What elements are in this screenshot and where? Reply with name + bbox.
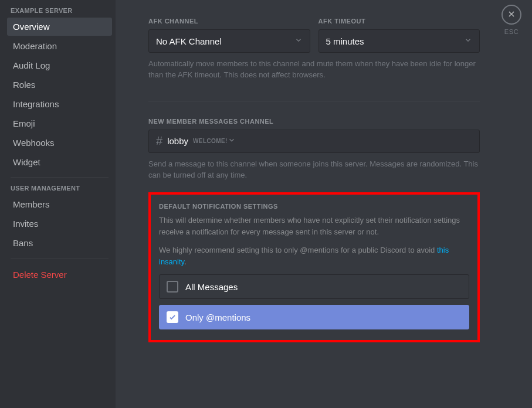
sidebar-item-label: Emoji (13, 118, 35, 128)
sidebar-item-webhooks[interactable]: Webhooks (7, 134, 112, 152)
notification-settings-label: DEFAULT NOTIFICATION SETTINGS (159, 203, 469, 210)
chevron-down-icon (294, 36, 303, 46)
sidebar-item-members[interactable]: Members (7, 195, 112, 213)
notification-option-only-mentions[interactable]: Only @mentions (159, 305, 469, 329)
sidebar-item-overview[interactable]: Overview (7, 18, 112, 36)
welcome-badge: WELCOME! (193, 138, 228, 144)
sidebar-item-label: Roles (13, 80, 35, 90)
sidebar-item-emoji[interactable]: Emoji (7, 114, 112, 132)
new-member-helper-text: Send a message to this channel when some… (148, 159, 480, 181)
sidebar-heading-user-management: USER MANAGEMENT (7, 185, 112, 195)
sidebar-item-label: Invites (13, 219, 38, 229)
notification-description-2: We highly recommend setting this to only… (159, 244, 469, 267)
settings-sidebar: EXAMPLE SERVER Overview Moderation Audit… (0, 0, 116, 408)
sidebar-item-invites[interactable]: Invites (7, 215, 112, 233)
sidebar-item-label: Integrations (13, 99, 59, 109)
chevron-down-icon (228, 136, 236, 146)
close-button[interactable] (501, 5, 521, 25)
sidebar-separator (11, 258, 109, 259)
notification-description-1: This will determine whether members who … (159, 215, 469, 237)
new-member-channel-value: lobby (167, 136, 188, 146)
sidebar-item-label: Audit Log (13, 60, 50, 70)
afk-channel-value: No AFK Channel (156, 36, 222, 46)
settings-content: ESC AFK CHANNEL No AFK Channel AFK TIMEO… (116, 0, 532, 408)
sidebar-item-label: Members (13, 199, 50, 209)
sidebar-item-moderation[interactable]: Moderation (7, 37, 112, 55)
sidebar-item-delete-server[interactable]: Delete Server (7, 266, 112, 284)
notification-option-label: Only @mentions (185, 312, 250, 322)
close-area: ESC (501, 5, 521, 35)
afk-channel-label: AFK CHANNEL (148, 18, 310, 25)
sidebar-item-integrations[interactable]: Integrations (7, 95, 112, 113)
afk-helper-text: Automatically move members to this chann… (148, 59, 480, 81)
notif-desc2-suffix: . (184, 257, 187, 266)
sidebar-heading-server: EXAMPLE SERVER (7, 7, 112, 18)
sidebar-item-label: Bans (13, 238, 33, 248)
esc-label: ESC (501, 28, 521, 35)
sidebar-item-label: Webhooks (13, 138, 55, 148)
sidebar-item-label: Overview (13, 22, 50, 32)
chevron-down-icon (464, 36, 472, 46)
section-divider (148, 101, 480, 101)
checkbox-checked-icon (167, 311, 178, 323)
highlight-box: DEFAULT NOTIFICATION SETTINGS This will … (148, 192, 480, 342)
sidebar-item-label: Delete Server (13, 270, 67, 280)
notification-option-all-messages[interactable]: All Messages (159, 274, 469, 299)
sidebar-item-widget[interactable]: Widget (7, 153, 112, 171)
sidebar-item-label: Moderation (13, 41, 57, 51)
afk-timeout-select[interactable]: 5 minutes (318, 29, 480, 53)
afk-timeout-value: 5 minutes (326, 36, 364, 46)
hash-icon: # (156, 134, 162, 148)
afk-timeout-label: AFK TIMEOUT (318, 18, 480, 25)
new-member-channel-select[interactable]: # lobby WELCOME! (148, 130, 480, 153)
sidebar-item-bans[interactable]: Bans (7, 234, 112, 252)
checkbox-icon (167, 281, 178, 293)
sidebar-item-audit-log[interactable]: Audit Log (7, 56, 112, 74)
notification-option-label: All Messages (185, 282, 238, 292)
close-icon (507, 10, 516, 20)
new-member-channel-label: NEW MEMBER MESSAGES CHANNEL (148, 118, 480, 125)
afk-channel-select[interactable]: No AFK Channel (148, 29, 310, 53)
sidebar-item-label: Widget (13, 157, 40, 167)
notif-desc2-text: We highly recommend setting this to only… (159, 246, 437, 254)
sidebar-separator (11, 177, 109, 178)
sidebar-item-roles[interactable]: Roles (7, 76, 112, 94)
